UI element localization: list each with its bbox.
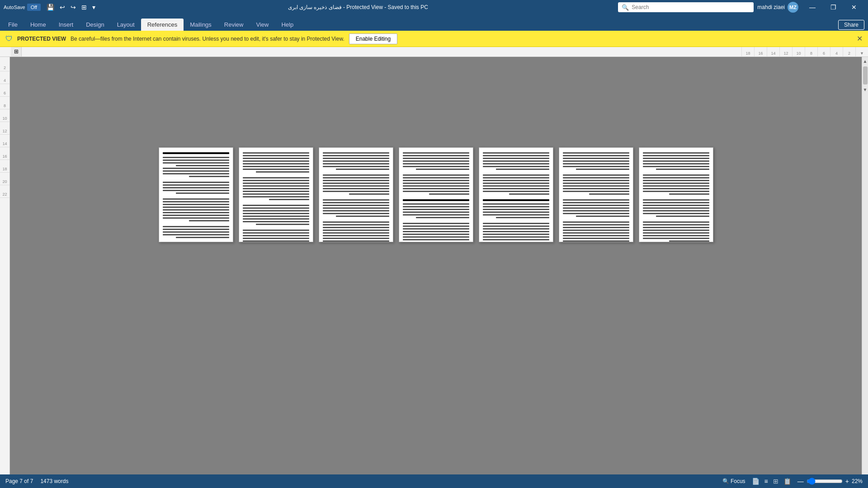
zoom-slider[interactable] xyxy=(807,478,843,485)
page-content-1 xyxy=(163,152,229,242)
restore-button[interactable]: ❐ xyxy=(823,0,844,14)
dropdown-icon[interactable]: ▾ xyxy=(90,2,98,13)
page-content-4 xyxy=(403,152,469,242)
ruler-left-num: 12 xyxy=(0,122,9,135)
tab-view[interactable]: View xyxy=(250,19,275,31)
vertical-scrollbar[interactable]: ▲ ▼ xyxy=(862,57,868,474)
document-canvas[interactable] xyxy=(10,57,862,474)
protected-view-title: PROTECTED VIEW xyxy=(17,36,66,42)
ruler-left-num: 2 xyxy=(0,59,9,71)
ruler-left-num: 4 xyxy=(0,71,9,84)
ruler-left-num: 10 xyxy=(0,109,9,122)
undo-icon[interactable]: ↩ xyxy=(57,2,67,13)
scroll-down-arrow[interactable]: ▼ xyxy=(862,86,868,93)
read-mode-button[interactable]: ⊞ xyxy=(771,477,780,486)
title-bar: AutoSave Off 💾 ↩ ↪ ⊞ ▾ فضای ذخیره سازی ا… xyxy=(0,0,868,14)
pages-row xyxy=(159,147,713,242)
shield-icon: 🛡 xyxy=(5,35,13,43)
ruler-left-num: 18 xyxy=(0,160,9,173)
page-thumbnail-3[interactable] xyxy=(319,147,393,242)
page-content-5 xyxy=(483,152,549,242)
ruler-num: 6 xyxy=(817,47,830,56)
word-count: 1473 words xyxy=(40,478,68,484)
ruler-num: 2 xyxy=(843,47,855,56)
ruler-left-num: 6 xyxy=(0,84,9,97)
ruler-left-num: 8 xyxy=(0,97,9,109)
page-thumbnail-4[interactable] xyxy=(399,147,473,242)
ruler-num: ▼ xyxy=(855,47,868,56)
window-controls: — ❐ ✕ xyxy=(802,0,864,14)
ruler-corner[interactable]: ⊞ xyxy=(11,47,22,57)
tab-layout[interactable]: Layout xyxy=(111,19,141,31)
ruler-left: 2 4 6 8 10 12 14 16 18 20 22 xyxy=(0,57,10,474)
user-area: mahdi ziaei MZ xyxy=(757,2,798,13)
page-thumbnail-2[interactable] xyxy=(239,147,313,242)
redo-icon[interactable]: ↪ xyxy=(68,2,78,13)
autosave-label: AutoSave xyxy=(4,5,25,10)
web-view-button[interactable]: ≡ xyxy=(763,477,770,486)
share-button[interactable]: Share xyxy=(838,20,864,30)
page-info: Page 7 of 7 xyxy=(5,478,33,484)
main-area: 2 4 6 8 10 12 14 16 18 20 22 xyxy=(0,57,868,474)
ruler-left-num: 16 xyxy=(0,147,9,160)
tab-insert[interactable]: Insert xyxy=(52,19,80,31)
save-icon[interactable]: 💾 xyxy=(44,2,57,13)
ruler-left-num: 22 xyxy=(0,185,9,198)
ribbon-tabs: File Home Insert Design Layout Reference… xyxy=(0,14,868,31)
zoom-area: — + 22% xyxy=(797,478,863,485)
close-button[interactable]: ✕ xyxy=(844,0,864,14)
search-input[interactable] xyxy=(632,4,750,10)
zoom-level: 22% xyxy=(852,478,863,484)
ruler-num: 4 xyxy=(830,47,843,56)
status-right: 🔍 Focus 📄 ≡ ⊞ 📋 — + 22% xyxy=(722,477,863,486)
page-content-7 xyxy=(643,152,709,242)
print-layout-view-button[interactable]: 📄 xyxy=(750,477,761,486)
zoom-out-button[interactable]: — xyxy=(797,478,804,485)
ruler-num: 16 xyxy=(754,47,767,56)
view-buttons: 📄 ≡ ⊞ 📋 xyxy=(750,477,793,486)
document-title: فضای ذخیره سازی ابری - Protected View - … xyxy=(101,4,614,10)
layout-icon[interactable]: ⊞ xyxy=(79,2,89,13)
page-thumbnail-1[interactable] xyxy=(159,147,233,242)
page-thumbnail-7[interactable] xyxy=(639,147,713,242)
page-content-6 xyxy=(563,152,629,242)
autosave-toggle[interactable]: Off xyxy=(27,4,41,11)
tab-help[interactable]: Help xyxy=(275,19,300,31)
page-thumbnail-5[interactable] xyxy=(479,147,553,242)
scroll-up-arrow[interactable]: ▲ xyxy=(862,58,868,65)
ruler-num: 8 xyxy=(805,47,817,56)
minimize-button[interactable]: — xyxy=(802,0,823,14)
ruler-num: 18 xyxy=(741,47,754,56)
search-icon: 🔍 xyxy=(622,4,629,11)
tab-references[interactable]: References xyxy=(141,19,184,31)
tab-review[interactable]: Review xyxy=(218,19,250,31)
page-thumbnail-6[interactable] xyxy=(559,147,633,242)
user-name: mahdi ziaei xyxy=(757,4,785,10)
page-content-3 xyxy=(323,152,389,242)
ruler-top-numbers: 18 16 14 12 10 8 6 4 2 ▼ xyxy=(741,47,868,56)
tab-file[interactable]: File xyxy=(2,19,24,31)
close-protected-bar-button[interactable]: ✕ xyxy=(857,34,863,43)
tab-home[interactable]: Home xyxy=(24,19,52,31)
scroll-thumb[interactable] xyxy=(863,66,868,84)
focus-icon: 🔍 xyxy=(722,478,729,484)
ruler-left-num: 14 xyxy=(0,135,9,147)
tab-mailings[interactable]: Mailings xyxy=(184,19,218,31)
page-content-2 xyxy=(243,152,309,242)
protected-view-bar: 🛡 PROTECTED VIEW Be careful—files from t… xyxy=(0,31,868,47)
ruler-num: 10 xyxy=(792,47,805,56)
autosave-area: AutoSave Off xyxy=(4,4,41,11)
ruler-num: 12 xyxy=(779,47,792,56)
tab-design[interactable]: Design xyxy=(80,19,110,31)
outline-view-button[interactable]: 📋 xyxy=(782,477,793,486)
enable-editing-button[interactable]: Enable Editing xyxy=(349,33,397,44)
zoom-in-button[interactable]: + xyxy=(845,478,849,485)
ruler-num: 14 xyxy=(767,47,779,56)
status-bar: Page 7 of 7 1473 words 🔍 Focus 📄 ≡ ⊞ 📋 —… xyxy=(0,474,868,488)
user-avatar[interactable]: MZ xyxy=(788,2,798,13)
ruler-top: ⊞ 18 16 14 12 10 8 6 4 2 ▼ xyxy=(0,47,868,57)
ruler-left-num: 20 xyxy=(0,173,9,185)
focus-button[interactable]: 🔍 Focus xyxy=(722,478,745,484)
quick-access-toolbar: 💾 ↩ ↪ ⊞ ▾ xyxy=(44,2,98,13)
search-box[interactable]: 🔍 xyxy=(618,2,754,12)
